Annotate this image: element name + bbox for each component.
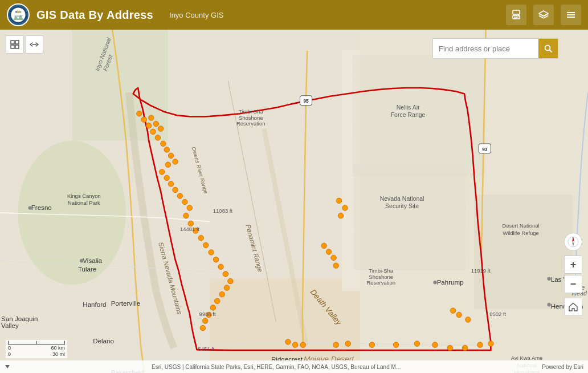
svg-point-60 [200,325,205,330]
attribution-expand[interactable] [5,364,10,370]
search-button[interactable] [538,39,558,58]
svg-rect-14 [567,17,575,18]
svg-point-27 [149,115,154,120]
svg-point-71 [393,342,398,347]
svg-point-24 [137,111,142,116]
svg-rect-22 [354,165,465,270]
svg-point-70 [369,342,374,347]
svg-point-52 [223,271,228,277]
svg-rect-138 [11,40,14,44]
svg-rect-139 [15,40,19,44]
svg-text:Force Range: Force Range [391,111,426,118]
svg-text:Nevada National: Nevada National [380,195,424,202]
map-container[interactable]: 95 93 Inyo National Forest Timbi-Sha Sho… [0,30,588,373]
svg-rect-9 [514,17,518,18]
svg-point-67 [300,342,305,347]
svg-point-66 [292,342,297,347]
svg-point-83 [450,308,455,313]
svg-point-26 [146,123,151,128]
svg-text:Wildlife Refuge: Wildlife Refuge [503,230,539,236]
svg-text:11919 ft: 11919 ft [471,267,491,274]
svg-text:Desert National: Desert National [502,222,539,229]
svg-point-11 [518,15,520,17]
default-extent-button[interactable] [6,35,24,54]
svg-point-51 [218,264,223,269]
svg-point-75 [462,345,467,350]
svg-point-34 [168,153,173,158]
svg-text:Shoshone: Shoshone [239,115,263,121]
svg-point-55 [219,291,224,297]
map-svg: 95 93 Inyo National Forest Timbi-Sha Sho… [0,30,588,373]
svg-text:National Park: National Park [68,200,100,206]
svg-rect-12 [567,12,575,13]
scale-bar: 0 60 km 0 30 mi [6,340,67,358]
svg-point-77 [488,341,493,346]
svg-point-81 [456,312,462,317]
svg-point-78 [336,198,341,203]
svg-point-29 [158,126,163,131]
scale-label-km: 60 km [51,345,65,351]
scale-label-mi: 30 mi [52,351,65,357]
svg-text:Fresno: Fresno [31,204,52,211]
svg-point-19 [18,141,126,285]
search-input[interactable] [433,41,538,56]
svg-point-33 [164,147,169,152]
zoom-out-button[interactable]: − [564,275,582,293]
svg-text:Nellis Air: Nellis Air [397,104,420,111]
svg-text:93: 93 [482,147,488,152]
svg-point-82 [466,317,471,322]
svg-point-25 [141,117,146,122]
svg-point-76 [477,342,483,347]
svg-text:8502 ft: 8502 ft [489,311,506,317]
svg-text:Tulare: Tulare [78,266,96,273]
svg-text:9988 ft: 9988 ft [199,311,216,317]
svg-point-72 [414,341,419,346]
extent-buttons [6,35,43,54]
svg-text:Timbi-Sha: Timbi-Sha [369,267,394,274]
zoom-in-button[interactable]: + [564,256,582,274]
svg-point-56 [214,298,219,303]
svg-point-62 [326,249,331,254]
svg-point-54 [224,285,229,290]
menu-button[interactable] [561,5,581,25]
previous-extent-button[interactable] [25,35,43,54]
layers-button[interactable] [533,5,554,25]
svg-point-35 [173,159,178,164]
svg-point-135 [433,281,436,284]
svg-point-59 [202,318,207,323]
svg-point-50 [213,257,218,262]
svg-point-39 [168,181,173,186]
svg-point-31 [155,135,160,140]
svg-text:14481 ft: 14481 ft [180,226,200,232]
svg-text:Shoshone: Shoshone [369,274,393,280]
search-bar [432,38,558,59]
svg-point-79 [342,205,348,210]
svg-point-53 [228,278,233,283]
svg-point-6 [17,10,19,13]
svg-point-134 [80,259,83,262]
scale-label-zero: 0 [8,345,11,351]
app-header: INYO COUNTY GIS Data By Address Inyo Cou… [0,0,588,30]
home-button[interactable] [564,298,582,316]
svg-point-133 [28,206,31,209]
svg-text:N: N [573,237,574,240]
svg-text:Security Site: Security Site [385,202,419,209]
svg-text:Valley: Valley [1,322,19,329]
attribution-text: Esri, USGS | California State Parks, Esr… [10,364,542,370]
compass[interactable]: N [564,233,582,251]
svg-text:95: 95 [303,98,309,104]
scale-label-mi-zero: 0 [8,351,11,357]
svg-rect-140 [11,45,14,48]
svg-point-64 [333,263,338,268]
map-tools-panel [6,35,43,54]
svg-point-68 [333,342,338,347]
svg-text:Kings Canyon: Kings Canyon [67,193,101,199]
powered-by-text: Powered by Esri [542,364,583,370]
print-button[interactable] [506,5,526,25]
svg-point-38 [164,175,169,180]
svg-point-48 [203,242,208,248]
svg-rect-23 [474,194,573,309]
svg-point-42 [182,199,187,204]
svg-text:San Joaquin: San Joaquin [1,315,38,322]
app-title: GIS Data By Address [36,9,153,22]
